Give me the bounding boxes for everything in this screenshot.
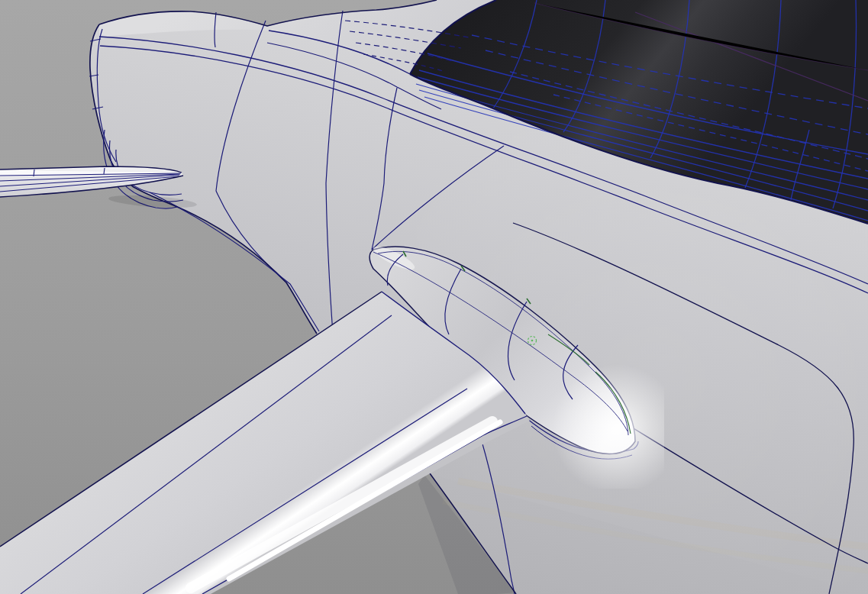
viewport-canvas[interactable] bbox=[0, 0, 868, 594]
modeling-viewport[interactable] bbox=[0, 0, 868, 594]
pod-tip-highlight bbox=[519, 351, 664, 489]
